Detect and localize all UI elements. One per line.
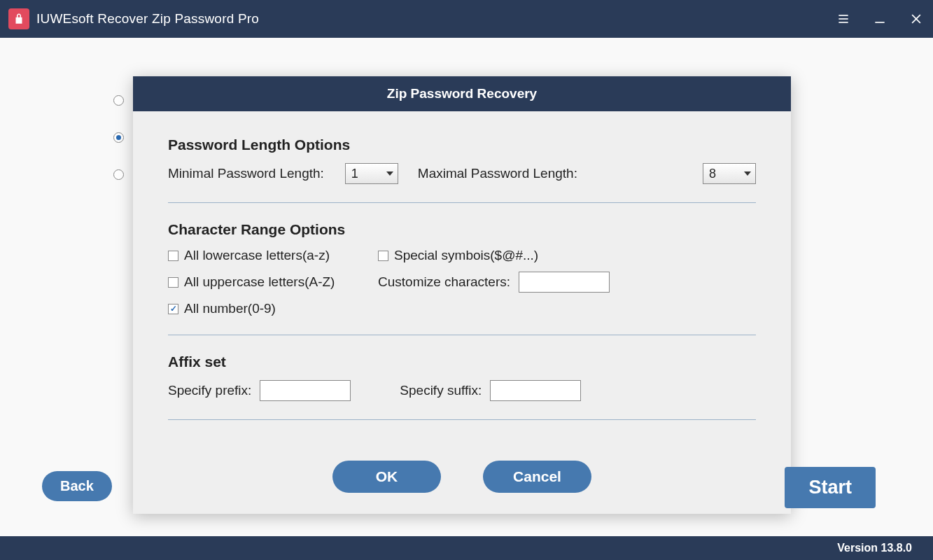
menu-icon[interactable] <box>835 10 852 27</box>
dialog-title: Zip Password Recovery <box>133 76 791 111</box>
back-button[interactable]: Back <box>42 471 112 501</box>
numbers-checkbox[interactable] <box>168 304 178 314</box>
max-length-select[interactable]: 8 <box>703 163 756 184</box>
attack-radio-2[interactable] <box>113 132 124 143</box>
password-length-heading: Password Length Options <box>168 136 756 153</box>
titlebar: IUWEsoft Recover Zip Password Pro <box>0 0 933 38</box>
app-title: IUWEsoft Recover Zip Password Pro <box>36 11 259 27</box>
min-length-select[interactable]: 1 <box>345 163 398 184</box>
suffix-input[interactable] <box>490 380 581 401</box>
attack-method-radios <box>113 95 124 180</box>
attack-radio-1[interactable] <box>113 95 124 106</box>
chevron-down-icon <box>386 172 393 176</box>
statusbar: Version 13.8.0 <box>0 536 933 560</box>
prefix-label: Specify prefix: <box>168 383 251 398</box>
min-length-value: 1 <box>351 167 358 181</box>
version-label: Version 13.8.0 <box>837 542 912 554</box>
customize-label: Customize characters: <box>378 274 510 290</box>
divider <box>168 419 756 420</box>
divider <box>168 335 756 335</box>
ok-button[interactable]: OK <box>332 461 441 493</box>
lowercase-checkbox[interactable] <box>168 251 178 261</box>
uppercase-checkbox[interactable] <box>168 277 178 288</box>
prefix-input[interactable] <box>260 380 351 401</box>
minimize-icon[interactable] <box>871 10 888 27</box>
app-icon <box>8 8 29 29</box>
customize-input[interactable] <box>519 272 610 293</box>
suffix-label: Specify suffix: <box>400 383 482 398</box>
close-icon[interactable] <box>908 10 925 27</box>
special-label: Special symbois($@#...) <box>394 248 538 263</box>
main-content: Zip Password Recovery Password Length Op… <box>0 38 933 536</box>
cancel-button[interactable]: Cancel <box>483 461 591 493</box>
settings-dialog: Zip Password Recovery Password Length Op… <box>133 76 791 514</box>
attack-radio-3[interactable] <box>113 169 124 180</box>
numbers-label: All number(0-9) <box>184 301 276 316</box>
max-length-value: 8 <box>709 167 716 181</box>
min-length-label: Minimal Password Length: <box>168 166 324 181</box>
affix-heading: Affix set <box>168 354 756 370</box>
start-button[interactable]: Start <box>785 467 876 508</box>
divider <box>168 202 756 203</box>
char-range-heading: Character Range Options <box>168 221 756 238</box>
uppercase-label: All uppercase letters(A-Z) <box>184 274 335 290</box>
lowercase-label: All lowercase letters(a-z) <box>184 248 330 263</box>
chevron-down-icon <box>744 172 751 176</box>
max-length-label: Maximal Password Length: <box>418 166 577 181</box>
special-checkbox[interactable] <box>378 251 388 261</box>
